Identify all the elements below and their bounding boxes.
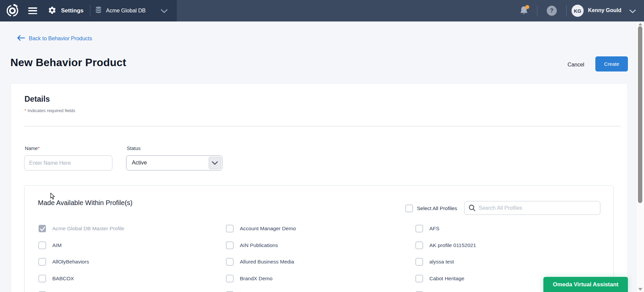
profile-item[interactable]: BrandX Demo bbox=[226, 275, 416, 292]
gear-icon bbox=[48, 6, 56, 16]
omeda-virtual-assistant-button[interactable]: Omeda Virtual Assistant bbox=[543, 277, 628, 292]
profile-checkbox[interactable] bbox=[416, 258, 423, 265]
top-navbar: Settings Acme Global DB ? KG Kenny Gould bbox=[0, 0, 644, 21]
name-input[interactable] bbox=[24, 155, 112, 171]
profile-label: BABCOX bbox=[52, 275, 74, 282]
database-name: Acme Global DB bbox=[106, 8, 146, 14]
profile-label: AIM bbox=[52, 242, 62, 248]
profile-checkbox[interactable] bbox=[416, 275, 423, 282]
profile-checkbox[interactable] bbox=[39, 275, 46, 282]
profile-checkbox[interactable] bbox=[226, 258, 233, 265]
navbar-divider bbox=[566, 5, 567, 16]
section-divider bbox=[24, 126, 621, 127]
profile-checkbox[interactable] bbox=[416, 225, 423, 232]
profile-item[interactable]: AIM bbox=[39, 242, 226, 258]
profile-checkbox[interactable] bbox=[39, 258, 46, 265]
profile-label: Acme Global DB Master Profile bbox=[52, 225, 124, 232]
scrollbar-up-arrow[interactable] bbox=[638, 23, 642, 26]
profile-item[interactable]: AIN Publications bbox=[226, 242, 416, 258]
profile-item: Acme Global DB Master Profile bbox=[39, 225, 226, 242]
settings-label: Settings bbox=[61, 7, 84, 14]
select-all-profiles-checkbox[interactable]: Select All Profiles bbox=[406, 205, 457, 212]
details-heading: Details bbox=[24, 95, 50, 104]
profiles-search bbox=[464, 201, 600, 215]
page-title: New Behavior Product bbox=[10, 56, 126, 69]
name-required-asterisk: * bbox=[38, 146, 40, 151]
profile-label: AIN Publications bbox=[240, 242, 278, 248]
profile-item[interactable]: Account Manager Demo bbox=[226, 225, 416, 242]
required-fields-note: * Indicates required fields bbox=[24, 108, 75, 113]
user-name: Kenny Gould bbox=[588, 7, 622, 13]
profiles-section: Made Available Within Profile(s) Select … bbox=[24, 185, 614, 292]
vertical-scrollbar[interactable] bbox=[636, 21, 644, 292]
notifications-bell-icon[interactable] bbox=[519, 5, 530, 16]
profile-label: Cabot Heritage bbox=[429, 275, 464, 282]
profile-label: AllOlyBehaviors bbox=[52, 258, 89, 265]
create-button[interactable]: Create bbox=[595, 56, 628, 71]
profile-item[interactable]: AllOlyBehaviors bbox=[39, 258, 226, 275]
select-all-label: Select All Profiles bbox=[417, 205, 457, 211]
required-note-text: Indicates required fields bbox=[26, 108, 75, 113]
profiles-checkbox-grid: Acme Global DB Master ProfileAccount Man… bbox=[39, 225, 607, 292]
help-glyph: ? bbox=[550, 8, 553, 14]
profile-label: Account Manager Demo bbox=[240, 225, 296, 232]
search-icon bbox=[469, 204, 476, 213]
help-icon[interactable]: ? bbox=[547, 6, 557, 16]
profile-checkbox-checked bbox=[39, 225, 46, 232]
scrollbar-down-arrow[interactable] bbox=[638, 288, 642, 291]
profile-label: BrandX Demo bbox=[240, 275, 272, 282]
profile-checkbox[interactable] bbox=[226, 225, 233, 232]
status-select[interactable]: Active bbox=[126, 155, 222, 171]
profile-label: Allured Business Media bbox=[240, 258, 294, 265]
navbar-divider bbox=[537, 5, 537, 16]
profile-item[interactable]: AFS bbox=[416, 225, 607, 242]
user-avatar[interactable]: KG bbox=[572, 5, 584, 17]
navbar-divider bbox=[90, 5, 90, 17]
name-label-text: Name bbox=[25, 146, 38, 151]
profile-label: AFS bbox=[429, 225, 439, 232]
details-card: Details * Indicates required fields Name… bbox=[11, 83, 628, 292]
profile-item[interactable]: alyssa test bbox=[416, 258, 607, 275]
profile-checkbox[interactable] bbox=[226, 275, 233, 282]
profiles-heading: Made Available Within Profile(s) bbox=[38, 199, 132, 207]
user-chevron-down-icon[interactable] bbox=[629, 9, 636, 15]
omeda-logo-icon[interactable] bbox=[5, 4, 19, 18]
hamburger-menu-icon[interactable] bbox=[28, 7, 37, 14]
avatar-initials: KG bbox=[574, 8, 582, 14]
name-field-label: Name* bbox=[25, 146, 40, 151]
profile-item[interactable]: BABCOX bbox=[39, 275, 226, 292]
database-chevron-down-icon[interactable] bbox=[161, 9, 168, 15]
select-all-checkbox-box[interactable] bbox=[406, 205, 413, 212]
scrollbar-thumb[interactable] bbox=[638, 26, 642, 203]
nav-settings[interactable]: Settings bbox=[48, 0, 84, 21]
select-chevron-down-icon bbox=[209, 157, 221, 169]
status-selected-value: Active bbox=[132, 159, 147, 166]
arrow-left-icon bbox=[17, 35, 25, 42]
profile-label: alyssa test bbox=[429, 258, 454, 265]
profile-item[interactable]: Allured Business Media bbox=[226, 258, 416, 275]
profile-item[interactable]: AK profile 01152021 bbox=[416, 242, 607, 258]
profile-checkbox[interactable] bbox=[416, 242, 423, 249]
back-to-behavior-products-link[interactable]: Back to Behavior Products bbox=[17, 35, 92, 42]
status-field-label: Status bbox=[127, 146, 141, 151]
search-profiles-input[interactable] bbox=[464, 201, 600, 215]
profile-checkbox[interactable] bbox=[39, 242, 46, 249]
cancel-button[interactable]: Cancel bbox=[564, 60, 588, 69]
database-icon bbox=[95, 6, 102, 15]
notification-badge bbox=[525, 5, 529, 9]
back-link-label: Back to Behavior Products bbox=[29, 36, 92, 42]
profile-label: AK profile 01152021 bbox=[429, 242, 476, 248]
profile-checkbox[interactable] bbox=[226, 242, 233, 249]
